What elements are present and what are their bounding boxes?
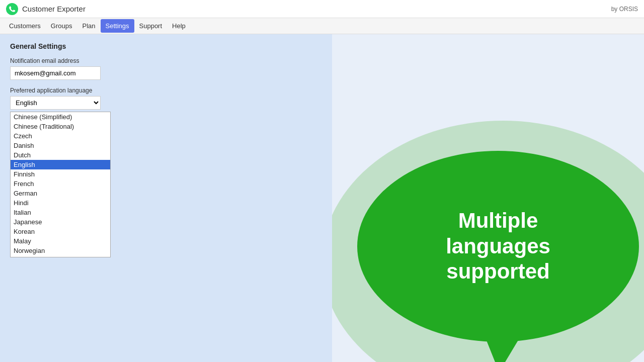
- lang-option-german[interactable]: German: [11, 189, 110, 198]
- lang-option-finnish[interactable]: Finnish: [11, 169, 110, 179]
- lang-option-dutch[interactable]: Dutch: [11, 150, 110, 160]
- lang-option-chinese-(traditional)[interactable]: Chinese (Traditional): [11, 122, 110, 131]
- lang-option-polish[interactable]: Polish: [11, 255, 110, 257]
- email-label: Notification email address: [10, 57, 322, 64]
- lang-option-chinese-(simplified)[interactable]: Chinese (Simplified): [11, 112, 110, 122]
- top-bar: Customer Exporter by ORSIS: [0, 0, 644, 18]
- nav-support[interactable]: Support: [134, 19, 168, 33]
- main-content: General Settings Notification email addr…: [0, 34, 644, 362]
- lang-option-english[interactable]: English: [11, 160, 110, 169]
- lang-option-czech[interactable]: Czech: [11, 131, 110, 141]
- settings-title: General Settings: [10, 42, 322, 50]
- app-title: Customer Exporter: [22, 5, 86, 13]
- lang-option-danish[interactable]: Danish: [11, 141, 110, 150]
- nav-groups[interactable]: Groups: [46, 19, 77, 33]
- lang-option-french[interactable]: French: [11, 179, 110, 189]
- lang-option-malay[interactable]: Malay: [11, 236, 110, 246]
- svg-point-0: [6, 3, 18, 15]
- lang-option-japanese[interactable]: Japanese: [11, 217, 110, 227]
- nav-plan[interactable]: Plan: [77, 19, 101, 33]
- nav-settings[interactable]: Settings: [101, 19, 134, 33]
- nav-customers[interactable]: Customers: [4, 19, 46, 33]
- nav-help[interactable]: Help: [167, 19, 191, 33]
- settings-panel: General Settings Notification email addr…: [0, 34, 332, 362]
- speech-bubble: Multiple languages supported: [357, 151, 639, 342]
- lang-option-norwegian[interactable]: Norwegian: [11, 246, 110, 255]
- lang-option-korean[interactable]: Korean: [11, 227, 110, 236]
- app-title-area: Customer Exporter: [6, 3, 86, 15]
- lang-option-italian[interactable]: Italian: [11, 208, 110, 217]
- right-side: Multiple languages supported: [332, 34, 644, 362]
- nav-bar: Customers Groups Plan Settings Support H…: [0, 18, 644, 34]
- bubble-text: Multiple languages supported: [436, 198, 560, 294]
- by-orsis-label: by ORSIS: [611, 6, 638, 13]
- language-label: Preferred application language: [10, 87, 322, 94]
- email-input[interactable]: [10, 66, 101, 80]
- app-icon: [6, 3, 18, 15]
- lang-option-hindi[interactable]: Hindi: [11, 198, 110, 208]
- language-select[interactable]: Chinese (Simplified)Chinese (Traditional…: [10, 96, 101, 110]
- language-dropdown-list[interactable]: Chinese (Simplified)Chinese (Traditional…: [10, 112, 111, 257]
